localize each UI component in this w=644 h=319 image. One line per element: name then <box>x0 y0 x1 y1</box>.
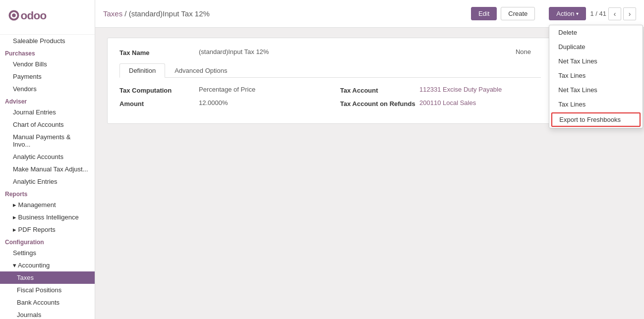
sidebar-item-taxes[interactable]: Taxes <box>0 271 95 284</box>
tax-account-row: Tax Account 112331 Excise Duty Payable <box>340 86 541 94</box>
sidebar-item-analytic-accounts[interactable]: Analytic Accounts <box>0 151 95 163</box>
create-button[interactable]: Create <box>501 7 535 20</box>
tax-account-refunds-label: Tax Account on Refunds <box>340 99 419 108</box>
tab-advanced-options[interactable]: Advanced Options <box>165 63 236 77</box>
action-label: Action <box>556 10 574 17</box>
menu-item-delete[interactable]: Delete <box>549 25 643 40</box>
tax-account-refunds-link[interactable]: 200110 Local Sales <box>419 99 476 106</box>
sidebar-item-fiscal-positions[interactable]: Fiscal Positions <box>0 284 95 296</box>
tax-computation-label: Tax Computation <box>119 86 199 94</box>
sidebar-item-journals[interactable]: Journals <box>0 309 95 319</box>
odoo-logo: odoo <box>8 6 87 28</box>
tax-account-refunds-value: 200110 Local Sales <box>419 99 476 108</box>
form-card: Tax Name (standard)Input Tax 12% None De… <box>107 38 553 124</box>
sidebar-item-pdf-reports[interactable]: ▸ PDF Reports <box>0 223 95 236</box>
sidebar-section-reports: Reports <box>0 188 95 199</box>
right-field-value: None <box>365 48 531 55</box>
topbar: Taxes / (standard)Input Tax 12% Edit Cre… <box>95 0 644 28</box>
sidebar-item-payments[interactable]: Payments <box>0 70 95 83</box>
svg-point-2 <box>12 13 16 17</box>
pagination: 1 / 41 ‹ › <box>590 7 636 20</box>
menu-item-tax-lines-2[interactable]: Tax Lines <box>549 97 643 111</box>
tax-computation-row: Tax Computation Percentage of Price <box>119 86 320 94</box>
tax-computation-value: Percentage of Price <box>199 86 255 94</box>
pagination-next[interactable]: › <box>623 7 636 20</box>
main-area: Taxes / (standard)Input Tax 12% Edit Cre… <box>95 0 644 319</box>
breadcrumb: Taxes / (standard)Input Tax 12% <box>103 9 467 18</box>
pagination-text: 1 / 41 <box>590 10 606 17</box>
menu-item-tax-lines-1[interactable]: Tax Lines <box>549 68 643 83</box>
breadcrumb-separator: / <box>124 9 128 18</box>
action-dropdown-menu: Delete Duplicate Net Tax Lines Tax Lines… <box>549 25 643 128</box>
logo-area: odoo <box>0 0 95 35</box>
form-tabs: Definition Advanced Options <box>119 63 541 78</box>
tab-definition[interactable]: Definition <box>119 63 165 78</box>
edit-button[interactable]: Edit <box>471 7 497 20</box>
tax-account-label: Tax Account <box>340 86 419 94</box>
pagination-prev[interactable]: ‹ <box>608 7 621 20</box>
tax-account-link[interactable]: 112331 Excise Duty Payable <box>419 86 502 93</box>
sidebar-item-analytic-entries[interactable]: Analytic Entries <box>0 175 95 188</box>
tax-name-value: (standard)Input Tax 12% <box>199 48 365 55</box>
sidebar-item-vendor-bills[interactable]: Vendor Bills <box>0 58 95 70</box>
menu-item-net-tax-lines-2[interactable]: Net Tax Lines <box>549 83 643 97</box>
amount-label: Amount <box>119 99 199 107</box>
sidebar-item-journal-entries[interactable]: Journal Entries <box>0 106 95 118</box>
action-button[interactable]: Action ▾ <box>549 7 586 20</box>
sidebar-section-purchases: Purchases <box>0 47 95 58</box>
tax-account-value: 112331 Excise Duty Payable <box>419 86 502 94</box>
sidebar-section-configuration: Configuration <box>0 236 95 247</box>
sidebar-item-business-intelligence[interactable]: ▸ Business Intelligence <box>0 211 95 223</box>
breadcrumb-parent[interactable]: Taxes <box>103 9 122 18</box>
tax-name-row: Tax Name (standard)Input Tax 12% None <box>119 48 541 56</box>
sidebar-item-settings[interactable]: Settings <box>0 247 95 259</box>
menu-item-export-freshbooks[interactable]: Export to Freshbooks <box>551 112 641 127</box>
sidebar-section-adviser: Adviser <box>0 95 95 106</box>
menu-item-net-tax-lines-1[interactable]: Net Tax Lines <box>549 54 643 68</box>
action-dropdown-arrow: ▾ <box>576 11 579 16</box>
tax-account-refunds-row: Tax Account on Refunds 200110 Local Sale… <box>340 99 541 108</box>
sidebar: odoo Saleable Products Purchases Vendor … <box>0 0 95 319</box>
sidebar-item-bank-accounts[interactable]: Bank Accounts <box>0 296 95 309</box>
form-col-left: Tax Computation Percentage of Price Amou… <box>119 86 320 113</box>
amount-row: Amount 12.0000% <box>119 99 320 107</box>
form-col-right: Tax Account 112331 Excise Duty Payable T… <box>340 86 541 113</box>
sidebar-item-accounting[interactable]: ▾ Accounting <box>0 259 95 271</box>
svg-text:odoo: odoo <box>21 9 47 22</box>
tax-name-label: Tax Name <box>119 48 199 56</box>
menu-item-duplicate[interactable]: Duplicate <box>549 40 643 54</box>
sidebar-item-chart-of-accounts[interactable]: Chart of Accounts <box>0 118 95 131</box>
amount-value: 12.0000% <box>199 99 228 107</box>
sidebar-item-saleable-products[interactable]: Saleable Products <box>0 35 95 47</box>
sidebar-item-manual-payments[interactable]: Manual Payments & Invo... <box>0 131 95 151</box>
sidebar-item-management[interactable]: ▸ Management <box>0 199 95 211</box>
sidebar-item-vendors[interactable]: Vendors <box>0 83 95 95</box>
form-section: Tax Computation Percentage of Price Amou… <box>119 86 541 113</box>
breadcrumb-current: (standard)Input Tax 12% <box>129 9 210 18</box>
sidebar-item-make-manual-tax[interactable]: Make Manual Tax Adjust... <box>0 163 95 175</box>
